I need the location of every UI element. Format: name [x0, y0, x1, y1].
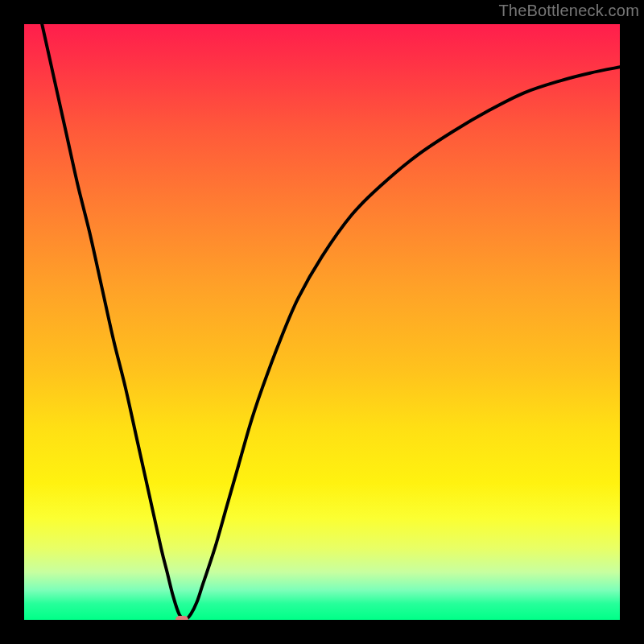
attribution-label: TheBottleneck.com	[498, 2, 639, 20]
curve-path	[42, 24, 620, 620]
chart-frame: TheBottleneck.com	[0, 0, 644, 644]
optimal-marker	[175, 616, 188, 620]
bottleneck-curve	[24, 24, 620, 620]
plot-area	[24, 24, 620, 620]
